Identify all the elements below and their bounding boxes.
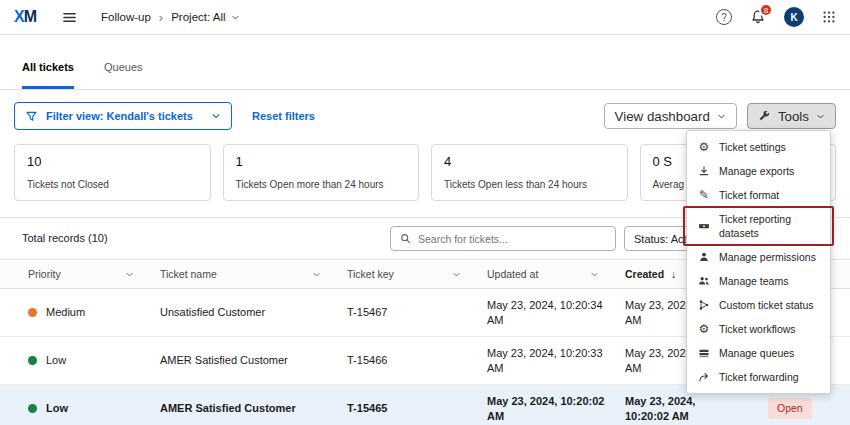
menu-item-label: Manage exports [719, 164, 794, 178]
gear-icon: ⚙ [697, 140, 711, 154]
menu-item-ticket-settings[interactable]: ⚙ Ticket settings [687, 135, 830, 159]
chevron-down-icon [717, 112, 726, 121]
menu-item-custom-ticket-status[interactable]: Custom ticket status [687, 293, 830, 317]
updated-at: May 23, 2024, 10:20:33 AM [487, 346, 625, 376]
column-header-updated-at[interactable]: Updated at [487, 260, 625, 288]
stat-value: 10 [27, 154, 198, 169]
priority-dot [28, 404, 37, 413]
tab-all-tickets[interactable]: All tickets [22, 61, 74, 89]
menu-item-label: Manage permissions [719, 250, 816, 264]
menu-item-ticket-forwarding[interactable]: Ticket forwarding [687, 365, 830, 389]
menu-item-ticket-workflows[interactable]: ⚙ Ticket workflows [687, 317, 830, 341]
menu-item-manage-teams[interactable]: Manage teams [687, 269, 830, 293]
status-badge: Open [768, 398, 812, 418]
xm-logo: XM [14, 8, 36, 26]
pen-icon: ✎ [697, 188, 711, 202]
menu-item-ticket-reporting-datasets[interactable]: Ticket reporting datasets [687, 207, 830, 245]
stat-card-open-more-24h: 1 Tickets Open more than 24 hours [223, 144, 420, 201]
forward-arrow-icon [697, 371, 711, 383]
filter-view-label: Filter view: Kendall's tickets [46, 110, 193, 122]
stat-value: 1 [236, 154, 407, 169]
view-dashboard-label: View dashboard [615, 109, 710, 124]
sort-desc-arrow-icon: ↓ [671, 268, 676, 280]
tools-dropdown-menu: ⚙ Ticket settings Manage exports ✎ Ticke… [686, 130, 831, 394]
updated-at: May 23, 2024, 10:20:02 AM [487, 394, 625, 424]
priority-dot [28, 356, 37, 365]
column-label: Created [625, 268, 664, 280]
chevron-down-icon [590, 270, 599, 279]
breadcrumb: Follow-up › Project: All [101, 10, 240, 25]
search-input[interactable] [418, 233, 607, 245]
priority-value: Medium [46, 305, 85, 320]
team-icon [697, 275, 711, 287]
filter-toolbar: Filter view: Kendall's tickets Reset fil… [14, 102, 836, 130]
column-header-ticket-key[interactable]: Ticket key [347, 260, 487, 288]
project-selector[interactable]: Project: All [171, 11, 239, 23]
wrench-icon [758, 110, 771, 123]
search-icon [399, 232, 412, 245]
stat-card-not-closed: 10 Tickets not Closed [14, 144, 211, 201]
created-at: May 23, 2024, 10:20:02 AM [625, 394, 758, 424]
view-dashboard-button[interactable]: View dashboard [604, 103, 737, 129]
filter-icon [25, 110, 38, 123]
menu-item-manage-exports[interactable]: Manage exports [687, 159, 830, 183]
menu-item-label: Manage teams [719, 274, 788, 288]
menu-item-ticket-format[interactable]: ✎ Ticket format [687, 183, 830, 207]
column-label: Ticket name [160, 268, 217, 280]
help-icon[interactable]: ? [716, 9, 732, 25]
stat-value: 4 [444, 154, 615, 169]
apps-grid-icon[interactable] [822, 10, 836, 24]
column-label: Priority [28, 268, 61, 280]
priority-value: Low [46, 353, 66, 368]
breadcrumb-app[interactable]: Follow-up [101, 11, 151, 23]
chevron-down-icon [452, 270, 461, 279]
reset-filters-link[interactable]: Reset filters [252, 110, 315, 122]
filter-view-dropdown[interactable]: Filter view: Kendall's tickets [14, 102, 232, 130]
chevron-down-icon [816, 112, 825, 121]
top-bar: XM Follow-up › Project: All ? 8 K [0, 0, 850, 35]
ticket-name: AMER Satisfied Customer [160, 401, 347, 416]
ticket-tabs: All tickets Queues [0, 35, 850, 90]
ticket-key: T-15465 [347, 401, 487, 416]
ticket-key: T-15466 [347, 353, 487, 368]
breadcrumb-separator: › [159, 10, 163, 25]
download-icon [697, 165, 711, 177]
datasets-icon [697, 220, 711, 232]
tab-queues[interactable]: Queues [104, 61, 143, 89]
menu-item-manage-permissions[interactable]: Manage permissions [687, 245, 830, 269]
ticket-search[interactable] [390, 226, 616, 251]
column-label: Updated at [487, 268, 538, 280]
avatar[interactable]: K [784, 7, 804, 27]
priority-value: Low [46, 401, 68, 416]
updated-at: May 23, 2024, 10:20:34 AM [487, 298, 625, 328]
tools-button[interactable]: Tools [747, 103, 836, 129]
ticket-name: AMER Satisfied Customer [160, 353, 347, 368]
queues-icon [697, 347, 711, 359]
stat-card-open-less-24h: 4 Tickets Open less than 24 hours [431, 144, 628, 201]
chevron-down-icon [125, 270, 134, 279]
stat-label: Tickets Open more than 24 hours [236, 179, 407, 190]
chevron-down-icon [312, 270, 321, 279]
chevron-down-icon [231, 13, 240, 22]
branch-icon [697, 299, 711, 311]
person-icon [697, 251, 711, 263]
menu-item-label: Ticket forwarding [719, 370, 799, 384]
tools-label: Tools [778, 109, 809, 124]
stat-label: Tickets Open less than 24 hours [444, 179, 615, 190]
hamburger-menu-icon[interactable] [62, 10, 77, 25]
menu-item-manage-queues[interactable]: Manage queues [687, 341, 830, 365]
priority-dot [28, 308, 37, 317]
ticket-name: Unsatisfied Customer [160, 305, 347, 320]
notifications-bell[interactable]: 8 [750, 9, 766, 25]
column-header-ticket-name[interactable]: Ticket name [160, 260, 347, 288]
menu-item-label: Ticket settings [719, 140, 786, 154]
notification-count-badge: 8 [759, 3, 773, 17]
workflow-gear-icon: ⚙ [697, 322, 711, 336]
ticket-key: T-15467 [347, 305, 487, 320]
total-records-label: Total records (10) [22, 232, 108, 244]
stat-label: Tickets not Closed [27, 179, 198, 190]
project-selector-label: Project: All [171, 11, 225, 23]
menu-item-label: Ticket reporting datasets [719, 212, 820, 240]
chevron-down-icon [211, 111, 221, 121]
column-header-priority[interactable]: Priority [0, 260, 160, 288]
